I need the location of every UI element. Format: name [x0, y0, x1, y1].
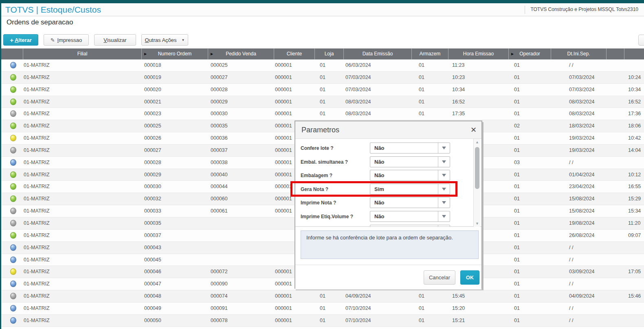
- table-row[interactable]: 01-MATRIZ0000180000250000010106/03/20240…: [0, 59, 644, 72]
- column-header-hora_emissao[interactable]: Hora Emissao: [448, 48, 508, 59]
- param-select[interactable]: Não: [370, 143, 450, 154]
- param-label: Imprime Etiq.Volume ?: [301, 211, 353, 222]
- param-label: Confere lote ?: [301, 143, 334, 154]
- cell-cliente: 000001: [274, 303, 314, 314]
- cell-pedido_venda: 000090: [208, 278, 274, 290]
- param-select[interactable]: Não: [370, 170, 450, 181]
- param-select[interactable]: Não: [370, 197, 450, 208]
- cell-spacer: [606, 266, 624, 278]
- cell-loja: 01: [314, 108, 343, 120]
- chevron-down-icon[interactable]: [438, 211, 450, 222]
- scroll-down-icon[interactable]: ▼: [474, 222, 481, 226]
- cell-pedido_venda: 000044: [208, 181, 274, 193]
- table-row[interactable]: 01-MATRIZ0000210000290000010108/03/20240…: [0, 96, 644, 108]
- cell-numero_ordem: 000025: [141, 120, 208, 132]
- cell-spacer: [606, 230, 624, 241]
- cell-spacer: [606, 59, 624, 71]
- param-select[interactable]: Não: [370, 156, 450, 167]
- cancelar-button[interactable]: Cancelar: [424, 270, 455, 285]
- cell-status: [0, 84, 23, 96]
- column-header-operador[interactable]: ▶Operador: [508, 48, 551, 59]
- cell-cliente: 000001: [274, 108, 314, 120]
- outras-acoes-button[interactable]: Outras Ações ▼: [141, 34, 188, 46]
- impressao-button-label-rest: mpressao: [59, 37, 82, 43]
- cell-filial: 01-MATRIZ: [23, 205, 141, 217]
- table-row[interactable]: 01-MATRIZ0000480000740000010104/09/20240…: [0, 290, 644, 303]
- table-row[interactable]: 01-MATRIZ0000200000280000010107/03/20240…: [0, 84, 644, 96]
- scroll-up-icon[interactable]: ▲: [474, 140, 481, 144]
- column-header-data_emissao[interactable]: Data Emissão: [343, 48, 411, 59]
- column-header-status: [0, 48, 23, 59]
- cell-filial: 01-MATRIZ: [23, 254, 141, 266]
- alterar-button[interactable]: + Alterar: [3, 34, 38, 46]
- alterar-button-label: A: [15, 37, 18, 43]
- param-label: Imprime Nota ?: [301, 197, 336, 208]
- cell-filial: 01-MATRIZ: [23, 132, 141, 144]
- cell-status: [0, 157, 23, 169]
- dialog-scrollbar[interactable]: ▲ ▼: [473, 139, 480, 227]
- cell-filial: 01-MATRIZ: [23, 217, 141, 229]
- status-blue-icon: [10, 257, 16, 263]
- cell-status: [0, 132, 23, 144]
- close-icon[interactable]: ✕: [470, 121, 477, 138]
- cell-filial: 01-MATRIZ: [23, 169, 141, 181]
- dialog-title: Parametros: [301, 121, 339, 138]
- edge-partial-button[interactable]: [638, 35, 644, 46]
- param-select[interactable]: Não: [370, 211, 450, 222]
- cell-dt_ini_sep: 19/03/2024: [551, 132, 606, 144]
- param-select[interactable]: Não: [370, 225, 450, 227]
- cell-operador: 01: [508, 181, 551, 193]
- column-header-filial[interactable]: Filial: [23, 48, 141, 59]
- visualizar-button[interactable]: Visualizar: [94, 34, 136, 46]
- cell-pedido_venda: [208, 242, 274, 254]
- cell-spacer: [606, 193, 624, 205]
- cell-numero_ordem: 000033: [141, 205, 208, 217]
- column-header-numero_ordem[interactable]: ▶Numero Ordem: [141, 48, 208, 59]
- cell-loja: 01: [314, 303, 343, 314]
- chevron-down-icon[interactable]: [438, 197, 450, 208]
- table-row[interactable]: 01-MATRIZ0000230000300000010108/03/20240…: [0, 108, 644, 120]
- cell-spacer: [606, 303, 624, 314]
- scrollbar-thumb[interactable]: [475, 147, 479, 189]
- column-header-dt_ini_sep[interactable]: Dt.Ini.Sep.: [551, 48, 606, 59]
- cell-cliente: 000001: [274, 96, 314, 108]
- cell-data_emissao: 06/03/2024: [343, 59, 411, 71]
- cell-hr_ini_sep: [624, 315, 644, 327]
- ok-button[interactable]: OK: [460, 270, 479, 285]
- cell-data_emissao: 07/10/2024: [343, 303, 411, 314]
- column-header-cliente[interactable]: Cliente: [274, 48, 314, 59]
- cell-numero_ordem: 000019: [141, 72, 208, 83]
- cell-filial: 01-MATRIZ: [23, 315, 141, 327]
- cell-numero_ordem: 000046: [141, 266, 208, 278]
- cell-pedido_venda: 000060: [208, 193, 274, 205]
- cell-dt_ini_sep: 19/03/2024: [551, 145, 606, 156]
- status-green-icon: [10, 171, 16, 178]
- app-header: TOTVS | Estoque/Custos TOTVS Construção …: [0, 3, 644, 16]
- column-header-armazem[interactable]: Armazem: [411, 48, 448, 59]
- cell-pedido_venda: 000028: [208, 84, 274, 96]
- table-header: Filial▶Numero Ordem▶Pedido VendaClienteL…: [0, 48, 644, 59]
- cell-status: [0, 205, 23, 217]
- cell-operador: 01: [508, 266, 551, 278]
- chevron-down-icon[interactable]: [438, 143, 450, 153]
- table-row[interactable]: 01-MATRIZ0000500000780000010107/10/20240…: [0, 315, 644, 327]
- cell-dt_ini_sep: 08/03/2024: [551, 108, 606, 120]
- param-row: Imprime Nota ?Não: [301, 197, 470, 208]
- cell-spacer: [606, 290, 624, 302]
- column-header-loja[interactable]: Loja: [314, 48, 343, 59]
- cell-hr_ini_sep: [624, 303, 644, 314]
- column-header-pedido_venda[interactable]: ▶Pedido Venda: [208, 48, 274, 59]
- cell-spacer: [606, 181, 624, 193]
- table-row[interactable]: 01-MATRIZ0000490000910000010107/10/20240…: [0, 303, 644, 315]
- cell-numero_ordem: 000030: [141, 181, 208, 193]
- chevron-down-icon[interactable]: [438, 170, 450, 180]
- cell-hr_ini_sep: 10:34: [624, 84, 644, 96]
- cell-filial: 01-MATRIZ: [23, 193, 141, 205]
- impressao-button[interactable]: ✎ Impressao: [44, 34, 89, 46]
- cell-spacer: [606, 72, 624, 83]
- chevron-down-icon[interactable]: [438, 157, 450, 167]
- cell-loja: 01: [314, 96, 343, 108]
- cell-numero_ordem: 000050: [141, 315, 208, 327]
- table-row[interactable]: 01-MATRIZ0000190000270000010107/03/20240…: [0, 72, 644, 84]
- chevron-down-icon[interactable]: [438, 225, 450, 227]
